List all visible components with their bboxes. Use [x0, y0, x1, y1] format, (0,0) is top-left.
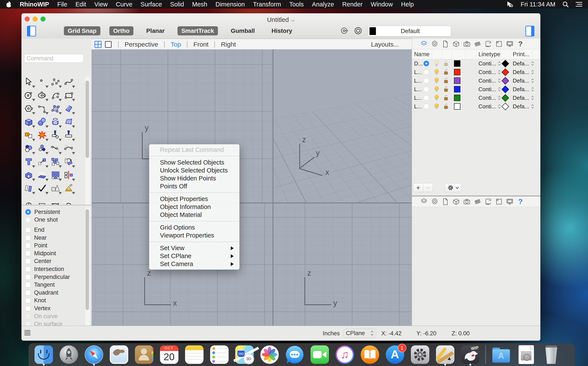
layer-color-swatch[interactable] [454, 95, 460, 101]
tool-split[interactable] [63, 130, 74, 141]
tool-flyout-caret[interactable] [32, 86, 35, 88]
layer-print-color[interactable] [502, 103, 509, 110]
layer-material-select[interactable]: Defa... [513, 85, 534, 93]
dock-item-calendar[interactable]: OCT20 [157, 343, 182, 366]
column-linetype[interactable]: Linetype [478, 51, 500, 58]
tool-flyout-caret[interactable] [72, 139, 75, 141]
dock-item-messages[interactable] [282, 343, 307, 366]
tool-flyout-caret[interactable] [59, 125, 62, 128]
layer-lock-icon[interactable] [443, 85, 450, 93]
checkbox-icon[interactable] [25, 314, 31, 319]
layer-row[interactable]: L...Conti...Defa... [412, 68, 540, 76]
radio-icon[interactable] [25, 217, 31, 223]
tool-extrude[interactable] [37, 170, 48, 181]
dock-item-appstore[interactable]: A1 [382, 343, 407, 366]
checkbox-icon[interactable] [25, 259, 31, 264]
tool-flyout-caret[interactable] [45, 112, 48, 114]
menu-edit[interactable]: Edit [75, 1, 86, 8]
checkbox-icon[interactable] [25, 306, 31, 311]
tool-flyout-caret[interactable] [59, 152, 62, 154]
tool-flyout-caret[interactable] [32, 125, 35, 128]
context-item-show-hidden-points[interactable]: Show Hidden Points [149, 175, 239, 182]
panel-tab-layers-icon[interactable] [420, 198, 428, 206]
single-pane-layout-icon[interactable] [105, 41, 112, 48]
osnap-quadrant[interactable]: Quadrant [25, 289, 85, 297]
menu-help[interactable]: Help [401, 1, 414, 8]
tool-flyout-caret[interactable] [59, 192, 62, 194]
tool-text[interactable] [23, 157, 34, 167]
tool-flyout-caret[interactable] [45, 179, 48, 181]
dock-item-itunes[interactable]: ♫ [332, 343, 357, 366]
title-chevron-icon[interactable] [291, 16, 295, 23]
dock-item-system-preferences[interactable] [407, 343, 432, 366]
layer-visibility-bulb[interactable] [433, 76, 440, 85]
tool-polygon[interactable] [23, 103, 34, 114]
layer-linetype-select[interactable]: Conti... [478, 76, 501, 85]
context-item-set-view[interactable]: Set View [149, 244, 239, 252]
dock-item-rhino-wip[interactable]: WIP [458, 343, 483, 366]
viewport-tab-perspective[interactable]: Perspective [125, 41, 158, 48]
osnap-vertex[interactable]: Vertex [25, 305, 85, 312]
tool-rotate[interactable] [63, 157, 74, 167]
current-layer-radio[interactable] [423, 69, 429, 75]
toggle-gumball[interactable]: Gumball [227, 26, 259, 35]
panel-tab-target-icon[interactable] [431, 40, 438, 48]
viewport-tab-front[interactable]: Front [193, 41, 208, 48]
tool-flyout-caret[interactable] [72, 179, 75, 181]
panel-tab-target-icon[interactable] [431, 198, 438, 206]
layer-visibility-bulb[interactable] [433, 85, 440, 93]
tool-pyramid[interactable] [63, 183, 74, 194]
dock-item-contacts[interactable] [131, 343, 157, 366]
panel-tab-page-icon[interactable] [442, 198, 449, 206]
menu-analyze[interactable]: Analyze [312, 1, 334, 8]
units-label[interactable]: Inches [323, 330, 340, 337]
tool-flyout-caret[interactable] [72, 86, 75, 88]
tool-move[interactable] [37, 157, 48, 167]
osnap-end[interactable]: End [25, 226, 85, 234]
current-layer-radio[interactable] [423, 86, 429, 92]
layer-linetype-select[interactable]: Conti... [478, 93, 501, 102]
tool-flyout-caret[interactable] [72, 125, 75, 128]
radio-icon[interactable] [25, 209, 31, 215]
checkbox-icon[interactable] [25, 290, 31, 295]
dock-item-mail[interactable] [106, 343, 131, 366]
layer-color-swatch[interactable] [454, 77, 460, 84]
tool-flyout-caret[interactable] [45, 139, 48, 141]
remove-layer-button[interactable]: − [423, 183, 433, 192]
tool-surface-curved[interactable] [63, 103, 74, 114]
context-item-object-information[interactable]: Object Information [149, 203, 239, 211]
panel-tab-display-icon[interactable] [506, 198, 513, 206]
four-pane-layout-icon[interactable] [94, 41, 102, 48]
gumball-toggle-icon[interactable] [354, 27, 362, 35]
dock-item-reminders[interactable] [207, 343, 232, 366]
panel-tab-page-icon[interactable] [442, 40, 449, 48]
osnap-mode-one-shot[interactable]: One shot [25, 216, 85, 224]
tool-array[interactable] [50, 170, 61, 181]
checkbox-icon[interactable] [25, 251, 31, 256]
dock-item-notes[interactable] [182, 343, 207, 366]
tool-flyout-caret[interactable] [72, 152, 75, 154]
menu-app-name[interactable]: RhinoWIP [20, 1, 49, 8]
menu-view[interactable]: View [94, 1, 108, 8]
layer-row[interactable]: L...Conti...Defa... [412, 76, 540, 85]
tool-select[interactable] [23, 77, 34, 88]
tool-group[interactable] [37, 143, 48, 154]
tool-arc[interactable] [50, 90, 61, 101]
osnap-intersection[interactable]: Intersection [25, 265, 85, 273]
osnap-perpendicular[interactable]: Perpendicular [25, 273, 85, 281]
tool-blend[interactable] [50, 143, 61, 154]
panel-tab-layers-icon[interactable] [420, 40, 428, 48]
osnap-disc-icon[interactable] [341, 27, 349, 35]
panel-tab-display-icon[interactable] [506, 40, 513, 48]
tool-puzzle[interactable] [23, 130, 34, 141]
tool-select-corners[interactable] [50, 197, 61, 205]
layouts-button[interactable]: Layouts... [371, 41, 399, 48]
osnap-midpoint[interactable]: Midpoint [25, 250, 85, 258]
dock-item-applications-folder[interactable]: A [489, 343, 513, 366]
dock-item-draft-tool[interactable] [432, 343, 458, 366]
osnap-point[interactable]: Point [25, 242, 85, 250]
tool-explode[interactable] [37, 130, 48, 141]
tools-scrollbar-thumb[interactable] [86, 81, 89, 158]
tool-select-dashed[interactable] [37, 197, 48, 205]
dock-item-finder[interactable] [31, 343, 56, 366]
